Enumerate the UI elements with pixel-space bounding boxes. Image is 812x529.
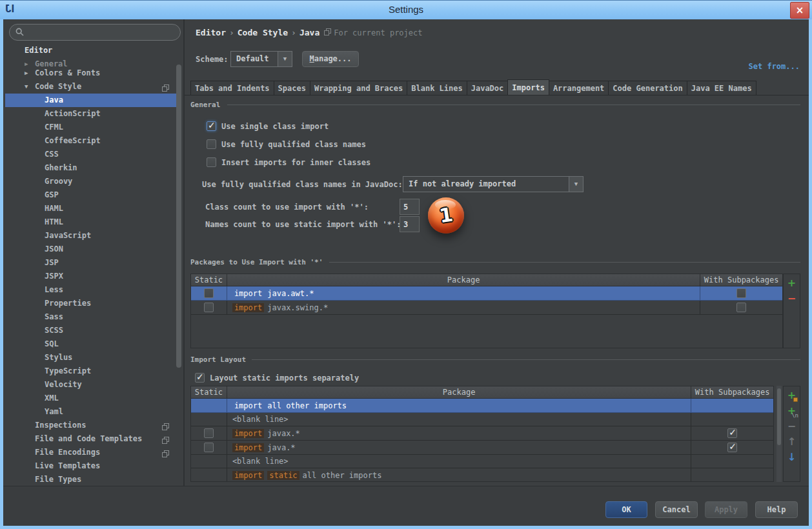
sidebar-item-file-encodings[interactable]: File Encodings [3, 446, 183, 459]
move-down-button[interactable]: ↓ [784, 450, 800, 466]
packages-table-row[interactable]: importjavax.swing.* [191, 301, 782, 315]
tab-javadoc[interactable]: JavaDoc [467, 81, 509, 95]
subpackages-checkbox[interactable] [727, 428, 737, 438]
sidebar-scrollbar[interactable] [176, 65, 181, 368]
import-layout-table-scrollbar[interactable] [776, 386, 782, 482]
tab-blank-lines[interactable]: Blank Lines [407, 81, 467, 95]
use-fully-qualified-names-checkbox[interactable] [207, 139, 216, 149]
scrollbar-thumb[interactable] [777, 388, 781, 445]
column-header-static[interactable]: Static [191, 386, 227, 398]
code-style-tabs: Tabs and IndentsSpacesWrapping and Brace… [185, 80, 809, 95]
chevron-down-icon[interactable]: ▼ [569, 177, 583, 192]
sidebar-item-properties[interactable]: Properties [3, 297, 183, 310]
sidebar-item-stylus[interactable]: Stylus [3, 351, 183, 364]
sidebar-item-sql[interactable]: SQL [3, 337, 183, 351]
ok-button[interactable]: OK [605, 501, 647, 518]
close-button[interactable]: × [790, 2, 809, 19]
breadcrumb-editor[interactable]: Editor [196, 28, 226, 37]
tab-wrapping-and-braces[interactable]: Wrapping and Braces [310, 81, 407, 95]
subpackages-checkbox[interactable] [727, 443, 737, 452]
subpackages-checkbox[interactable] [736, 288, 746, 298]
tab-spaces[interactable]: Spaces [274, 81, 310, 95]
sidebar-item-less[interactable]: Less [3, 283, 183, 297]
breadcrumb-code-style[interactable]: Code Style [238, 28, 288, 37]
import-layout-table-row[interactable]: <blank line> [191, 455, 773, 468]
layout-static-imports-checkbox[interactable] [195, 373, 205, 383]
manage-button[interactable]: Manage... [302, 51, 359, 67]
sidebar-item-live-templates[interactable]: Live Templates [3, 459, 183, 473]
subpackages-checkbox[interactable] [736, 303, 746, 312]
tab-imports[interactable]: Imports [507, 79, 549, 95]
static-checkbox[interactable] [204, 428, 214, 438]
column-header-with-subpackages[interactable]: With Subpackages [691, 386, 773, 398]
sidebar-item-code-style[interactable]: ▼Code Style [3, 80, 183, 94]
sidebar-item-jspx[interactable]: JSPX [3, 270, 183, 283]
search-field[interactable] [9, 24, 181, 41]
help-button[interactable]: Help [755, 501, 798, 518]
column-header-package[interactable]: Package [227, 386, 691, 398]
sidebar-item-colors-fonts[interactable]: ▶Colors & Fonts [3, 66, 183, 80]
sidebar-item-file-and-code-templates[interactable]: File and Code Templates [3, 432, 183, 446]
sidebar-item-scss[interactable]: SCSS [3, 324, 183, 337]
sidebar-item-gsp[interactable]: GSP [3, 188, 183, 202]
column-header-static[interactable]: Static [191, 274, 227, 286]
import-layout-table-row[interactable]: importall other imports [191, 399, 773, 413]
sidebar-item-sass[interactable]: Sass [3, 310, 183, 324]
sidebar-item-gherkin[interactable]: Gherkin [3, 161, 183, 175]
scheme-select[interactable]: Default ▼ [230, 51, 292, 67]
tab-arrangement[interactable]: Arrangement [549, 81, 609, 95]
use-single-class-import-checkbox[interactable] [207, 121, 216, 131]
breadcrumb: Editor›Code Style›JavaFor current projec… [196, 28, 423, 37]
sidebar-item-typescript[interactable]: TypeScript [3, 364, 183, 378]
names-count-input[interactable] [400, 216, 420, 232]
static-checkbox[interactable] [204, 443, 214, 452]
import-layout-table-row[interactable]: importjavax.* [191, 426, 773, 441]
sidebar-item-file-types[interactable]: File Types [3, 473, 183, 486]
sidebar-item-css[interactable]: CSS [3, 148, 183, 161]
add-package-button[interactable]: + [784, 388, 800, 404]
chevron-down-icon[interactable]: ▼ [278, 52, 292, 66]
sidebar-item-java[interactable]: Java [3, 94, 183, 107]
column-header-with-subpackages[interactable]: With Subpackages [700, 274, 782, 286]
sidebar-item-jsp[interactable]: JSP [3, 256, 183, 270]
tab-tabs-and-indents[interactable]: Tabs and Indents [190, 81, 274, 95]
breadcrumb-java[interactable]: Java [299, 28, 320, 37]
sidebar-item-velocity[interactable]: Velocity [3, 378, 183, 392]
import-layout-table-row[interactable]: <blank line> [191, 413, 773, 426]
tab-java-ee-names[interactable]: Java EE Names [687, 81, 756, 95]
move-up-button[interactable]: ↑ [784, 435, 800, 450]
sidebar-item-html[interactable]: HTML [3, 215, 183, 229]
javadoc-select[interactable]: If not already imported ▼ [403, 176, 584, 192]
sidebar-item-groovy[interactable]: Groovy [3, 175, 183, 188]
sidebar-item-xml[interactable]: XML [3, 392, 183, 405]
static-cell [191, 286, 227, 300]
insert-imports-inner-classes-checkbox[interactable] [207, 157, 216, 167]
import-layout-table-row[interactable]: importjava.* [191, 441, 773, 455]
sidebar-item-inspections[interactable]: Inspections [3, 419, 183, 432]
apply-button[interactable]: Apply [705, 501, 747, 518]
static-checkbox[interactable] [204, 288, 214, 298]
set-from-link[interactable]: Set from... [749, 62, 800, 71]
remove-button[interactable]: − [784, 292, 800, 307]
column-header-package[interactable]: Package [227, 274, 700, 286]
sidebar-item-yaml[interactable]: Yaml [3, 405, 183, 419]
cancel-button[interactable]: Cancel [655, 501, 698, 518]
sidebar-item-cfml[interactable]: CFML [3, 121, 183, 134]
packages-table-row[interactable]: importjava.awt.* [191, 286, 782, 301]
import-layout-table-row[interactable]: importstaticall other imports [191, 468, 773, 482]
add-button[interactable]: + [784, 276, 800, 292]
class-count-input[interactable] [400, 199, 420, 215]
sidebar-item-coffeescript[interactable]: CoffeeScript [3, 134, 183, 148]
sidebar-item-editor[interactable]: Editor [3, 44, 183, 57]
sidebar-item-general[interactable]: ▶General [3, 57, 183, 66]
add-blank-line-button[interactable]: +\n [784, 404, 800, 419]
remove-entry-button[interactable]: − [784, 419, 800, 435]
keyword-token: import [232, 443, 264, 452]
sidebar-item-json[interactable]: JSON [3, 243, 183, 256]
search-input[interactable] [28, 26, 175, 39]
sidebar-item-javascript[interactable]: JavaScript [3, 229, 183, 243]
tab-code-generation[interactable]: Code Generation [608, 81, 687, 95]
static-checkbox[interactable] [204, 303, 214, 312]
sidebar-item-actionscript[interactable]: ActionScript [3, 107, 183, 121]
sidebar-item-haml[interactable]: HAML [3, 202, 183, 215]
